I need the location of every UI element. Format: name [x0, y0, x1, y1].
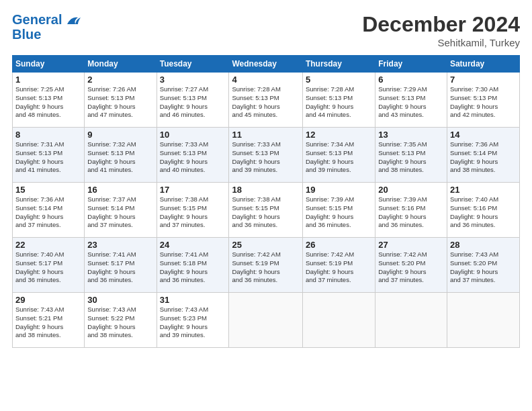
calendar-cell: 30Sunrise: 7:43 AM Sunset: 5:22 PM Dayli… [85, 293, 157, 348]
day-number: 14 [450, 130, 517, 140]
day-number: 28 [450, 240, 517, 250]
calendar-cell: 28Sunrise: 7:43 AM Sunset: 5:20 PM Dayli… [447, 238, 519, 293]
header-row: SundayMondayTuesdayWednesdayThursdayFrid… [13, 56, 520, 73]
day-info: Sunrise: 7:31 AM Sunset: 5:13 PM Dayligh… [15, 140, 81, 175]
day-number: 31 [160, 295, 226, 305]
calendar-cell: 5Sunrise: 7:28 AM Sunset: 5:13 PM Daylig… [302, 73, 375, 128]
day-number: 15 [15, 185, 81, 195]
day-number: 29 [15, 295, 81, 305]
calendar-cell: 10Sunrise: 7:33 AM Sunset: 5:13 PM Dayli… [157, 128, 229, 183]
col-header-saturday: Saturday [447, 56, 519, 73]
day-info: Sunrise: 7:39 AM Sunset: 5:15 PM Dayligh… [306, 195, 372, 230]
day-info: Sunrise: 7:25 AM Sunset: 5:13 PM Dayligh… [15, 85, 81, 120]
calendar-cell: 15Sunrise: 7:36 AM Sunset: 5:14 PM Dayli… [13, 183, 85, 238]
calendar-cell: 31Sunrise: 7:43 AM Sunset: 5:23 PM Dayli… [157, 293, 229, 348]
day-number: 4 [232, 75, 299, 85]
calendar-cell: 14Sunrise: 7:36 AM Sunset: 5:14 PM Dayli… [447, 128, 519, 183]
col-header-monday: Monday [85, 56, 157, 73]
title-block: December 2024 Sehitkamil, Turkey [362, 12, 520, 48]
day-info: Sunrise: 7:43 AM Sunset: 5:22 PM Dayligh… [87, 306, 153, 340]
day-info: Sunrise: 7:26 AM Sunset: 5:13 PM Dayligh… [87, 85, 153, 120]
day-info: Sunrise: 7:27 AM Sunset: 5:13 PM Dayligh… [160, 85, 226, 120]
calendar-cell: 9Sunrise: 7:32 AM Sunset: 5:13 PM Daylig… [85, 128, 157, 183]
logo-text: General Blue [12, 12, 81, 42]
calendar-cell [447, 293, 519, 348]
calendar-cell: 8Sunrise: 7:31 AM Sunset: 5:13 PM Daylig… [13, 128, 85, 183]
day-number: 11 [232, 130, 299, 140]
week-row-2: 8Sunrise: 7:31 AM Sunset: 5:13 PM Daylig… [13, 128, 520, 183]
day-number: 18 [232, 185, 299, 195]
logo: General Blue [12, 12, 81, 42]
day-number: 27 [378, 240, 444, 250]
calendar-cell: 27Sunrise: 7:42 AM Sunset: 5:20 PM Dayli… [375, 238, 447, 293]
day-number: 16 [87, 185, 153, 195]
calendar-cell: 24Sunrise: 7:41 AM Sunset: 5:18 PM Dayli… [157, 238, 229, 293]
calendar-cell: 13Sunrise: 7:35 AM Sunset: 5:13 PM Dayli… [375, 128, 447, 183]
week-row-3: 15Sunrise: 7:36 AM Sunset: 5:14 PM Dayli… [13, 183, 520, 238]
calendar-cell: 16Sunrise: 7:37 AM Sunset: 5:14 PM Dayli… [85, 183, 157, 238]
day-number: 17 [160, 185, 226, 195]
col-header-friday: Friday [375, 56, 447, 73]
day-info: Sunrise: 7:39 AM Sunset: 5:16 PM Dayligh… [378, 195, 444, 230]
calendar-cell: 20Sunrise: 7:39 AM Sunset: 5:16 PM Dayli… [375, 183, 447, 238]
calendar-cell: 7Sunrise: 7:30 AM Sunset: 5:13 PM Daylig… [447, 73, 519, 128]
day-number: 26 [306, 240, 372, 250]
calendar-cell: 17Sunrise: 7:38 AM Sunset: 5:15 PM Dayli… [157, 183, 229, 238]
calendar-cell: 23Sunrise: 7:41 AM Sunset: 5:17 PM Dayli… [85, 238, 157, 293]
week-row-4: 22Sunrise: 7:40 AM Sunset: 5:17 PM Dayli… [13, 238, 520, 293]
day-number: 1 [15, 75, 81, 85]
day-info: Sunrise: 7:36 AM Sunset: 5:14 PM Dayligh… [450, 140, 517, 175]
calendar-table: SundayMondayTuesdayWednesdayThursdayFrid… [12, 55, 520, 348]
day-info: Sunrise: 7:36 AM Sunset: 5:14 PM Dayligh… [15, 195, 81, 230]
col-header-tuesday: Tuesday [157, 56, 229, 73]
day-number: 20 [378, 185, 444, 195]
calendar-cell: 19Sunrise: 7:39 AM Sunset: 5:15 PM Dayli… [302, 183, 375, 238]
calendar-cell: 6Sunrise: 7:29 AM Sunset: 5:13 PM Daylig… [375, 73, 447, 128]
day-number: 21 [450, 185, 517, 195]
day-number: 5 [306, 75, 372, 85]
day-info: Sunrise: 7:29 AM Sunset: 5:13 PM Dayligh… [378, 85, 444, 120]
day-info: Sunrise: 7:30 AM Sunset: 5:13 PM Dayligh… [450, 85, 517, 120]
col-header-wednesday: Wednesday [229, 56, 302, 73]
calendar-cell: 22Sunrise: 7:40 AM Sunset: 5:17 PM Dayli… [13, 238, 85, 293]
day-number: 6 [378, 75, 444, 85]
day-info: Sunrise: 7:33 AM Sunset: 5:13 PM Dayligh… [160, 140, 226, 175]
day-info: Sunrise: 7:32 AM Sunset: 5:13 PM Dayligh… [87, 140, 153, 175]
week-row-1: 1Sunrise: 7:25 AM Sunset: 5:13 PM Daylig… [13, 73, 520, 128]
calendar-cell: 18Sunrise: 7:38 AM Sunset: 5:15 PM Dayli… [229, 183, 302, 238]
day-info: Sunrise: 7:43 AM Sunset: 5:21 PM Dayligh… [15, 306, 81, 340]
day-number: 3 [160, 75, 226, 85]
col-header-thursday: Thursday [302, 56, 375, 73]
day-info: Sunrise: 7:42 AM Sunset: 5:19 PM Dayligh… [306, 250, 372, 285]
logo-general: General [12, 12, 62, 27]
calendar-cell: 29Sunrise: 7:43 AM Sunset: 5:21 PM Dayli… [13, 293, 85, 348]
calendar-page: General Blue December 2024 Sehitkamil, T… [0, 0, 532, 411]
day-info: Sunrise: 7:41 AM Sunset: 5:17 PM Dayligh… [87, 250, 153, 285]
day-number: 7 [450, 75, 517, 85]
day-number: 30 [87, 295, 153, 305]
day-info: Sunrise: 7:33 AM Sunset: 5:13 PM Dayligh… [232, 140, 299, 175]
day-number: 19 [306, 185, 372, 195]
day-info: Sunrise: 7:43 AM Sunset: 5:20 PM Dayligh… [450, 250, 517, 285]
day-number: 8 [15, 130, 81, 140]
day-number: 25 [232, 240, 299, 250]
calendar-cell: 1Sunrise: 7:25 AM Sunset: 5:13 PM Daylig… [13, 73, 85, 128]
day-number: 24 [160, 240, 226, 250]
month-year: December 2024 [362, 12, 520, 37]
day-info: Sunrise: 7:38 AM Sunset: 5:15 PM Dayligh… [160, 195, 226, 230]
day-number: 12 [306, 130, 372, 140]
week-row-5: 29Sunrise: 7:43 AM Sunset: 5:21 PM Dayli… [13, 293, 520, 348]
day-info: Sunrise: 7:40 AM Sunset: 5:17 PM Dayligh… [15, 250, 81, 285]
calendar-cell: 25Sunrise: 7:42 AM Sunset: 5:19 PM Dayli… [229, 238, 302, 293]
day-info: Sunrise: 7:41 AM Sunset: 5:18 PM Dayligh… [160, 250, 226, 285]
day-number: 13 [378, 130, 444, 140]
day-info: Sunrise: 7:43 AM Sunset: 5:23 PM Dayligh… [160, 306, 226, 340]
calendar-cell [302, 293, 375, 348]
day-number: 22 [15, 240, 81, 250]
col-header-sunday: Sunday [13, 56, 85, 73]
day-info: Sunrise: 7:42 AM Sunset: 5:19 PM Dayligh… [232, 250, 299, 285]
day-number: 9 [87, 130, 153, 140]
day-info: Sunrise: 7:38 AM Sunset: 5:15 PM Dayligh… [232, 195, 299, 230]
header: General Blue December 2024 Sehitkamil, T… [12, 12, 520, 48]
calendar-cell: 12Sunrise: 7:34 AM Sunset: 5:13 PM Dayli… [302, 128, 375, 183]
